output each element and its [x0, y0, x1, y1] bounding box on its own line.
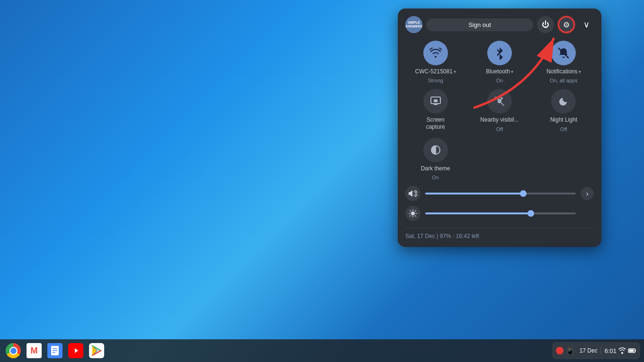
chrome-icon: [6, 343, 21, 358]
bluetooth-arrow: ▾: [511, 69, 513, 74]
bluetooth-label-row: Bluetooth ▾: [486, 68, 513, 75]
volume-next-button[interactable]: ›: [581, 187, 594, 200]
taskbar-app-gmail[interactable]: M: [25, 341, 44, 360]
youtube-svg-icon: [72, 347, 80, 354]
dark-theme-svg-icon: [429, 144, 442, 156]
notifications-label-row: Notifications ▾: [546, 68, 581, 75]
brightness-track[interactable]: [425, 212, 576, 214]
panel-footer: Sat, 17 Dec | 97% · 16:42 left: [405, 228, 594, 239]
night-light-toggle[interactable]: Night Light Off: [534, 89, 594, 132]
svg-line-15: [410, 216, 411, 216]
taskbar-app-chrome[interactable]: [4, 341, 23, 360]
taskbar-app-youtube[interactable]: [66, 341, 85, 360]
svg-line-12: [410, 211, 411, 211]
notifications-toggle-icon: [551, 41, 576, 65]
dark-theme-toggle[interactable]: Dark theme On: [405, 138, 465, 180]
notifications-toggle[interactable]: Notifications ▾ On, all apps: [534, 41, 594, 83]
notifications-arrow: ▾: [579, 69, 581, 74]
bluetooth-label: Bluetooth: [486, 68, 510, 75]
chevron-down-icon: ∨: [583, 19, 590, 30]
toggles-grid-row3: Dark theme On: [405, 138, 594, 180]
panel-header: SIMPLEANSWERS Sign out ⏻ ⚙ ∨: [405, 16, 594, 33]
notifications-label: Notifications: [546, 68, 577, 75]
recording-indicator: [556, 347, 564, 354]
svg-point-7: [411, 212, 415, 215]
phone-icon: 📱: [565, 346, 575, 355]
taskbar-app-play[interactable]: [87, 341, 106, 360]
volume-fill: [425, 193, 523, 194]
gmail-icon: M: [27, 343, 42, 358]
docs-icon: [47, 343, 63, 358]
notifications-sublabel: On, all apps: [550, 78, 578, 83]
taskbar-right[interactable]: 📱 17 Dec 6:01: [552, 342, 640, 359]
wifi-label-row: CWC-5215081 ▾: [415, 68, 456, 75]
screen-capture-label2: Screencapture: [426, 116, 445, 130]
settings-button[interactable]: ⚙: [558, 16, 575, 33]
taskbar-time: 6:01: [605, 347, 617, 354]
screen-capture-toggle[interactable]: Screencapture: [405, 89, 465, 132]
nearby-toggle-icon: [487, 89, 512, 114]
settings-icon: ⚙: [563, 20, 570, 29]
taskbar-apps: M: [4, 341, 106, 360]
dark-theme-icon: [423, 138, 448, 162]
chevron-right-icon: ›: [586, 190, 589, 197]
svg-line-13: [415, 216, 416, 216]
nearby-label: Nearby visibil...: [480, 116, 519, 123]
brightness-thumb[interactable]: [528, 210, 534, 217]
volume-svg-icon: [409, 189, 417, 198]
bluetooth-sublabel: On: [496, 78, 503, 83]
notifications-svg-icon: [557, 47, 570, 59]
night-light-svg-icon: [557, 95, 570, 107]
night-light-icon: [551, 89, 576, 114]
brightness-svg-icon: [409, 209, 417, 218]
wifi-svg-icon: [429, 48, 442, 58]
power-icon: ⏻: [542, 20, 549, 29]
night-light-sublabel: Off: [560, 126, 567, 132]
footer-date: Sat, 17 Dec: [405, 233, 435, 239]
nearby-svg-icon: [493, 95, 506, 107]
wifi-sublabel: Strong: [428, 78, 443, 83]
screen-capture-icon: [423, 89, 448, 114]
nearby-sublabel: Off: [496, 126, 503, 132]
svg-rect-3: [434, 99, 438, 102]
play-store-icon: [89, 343, 104, 358]
wifi-label: CWC-5215081: [415, 68, 452, 75]
taskbar: M: [0, 339, 644, 362]
taskbar-app-docs[interactable]: [45, 341, 64, 360]
taskbar-wifi-icon: [618, 347, 626, 354]
power-button[interactable]: ⏻: [537, 16, 554, 33]
docs-svg-icon: [51, 345, 59, 356]
play-store-svg-icon: [92, 345, 101, 356]
sliders-section: ›: [405, 186, 594, 221]
brightness-slider-row: [405, 206, 594, 221]
youtube-icon: [68, 343, 83, 358]
brightness-icon: [405, 206, 420, 221]
avatar[interactable]: SIMPLEANSWERS: [405, 16, 422, 33]
wifi-toggle[interactable]: CWC-5215081 ▾ Strong: [405, 41, 465, 83]
svg-line-14: [415, 211, 416, 211]
footer-battery: 97% · 16:42 left: [440, 233, 479, 239]
dark-theme-label: Dark theme: [421, 165, 450, 172]
dark-theme-sublabel: On: [432, 175, 439, 180]
taskbar-date: 17 Dec: [577, 347, 601, 354]
bluetooth-toggle-icon: [487, 41, 512, 65]
bluetooth-toggle[interactable]: Bluetooth ▾ On: [469, 41, 529, 83]
wifi-toggle-icon: [423, 41, 448, 65]
volume-thumb[interactable]: [520, 190, 527, 197]
bluetooth-svg-icon: [494, 46, 505, 60]
toggles-grid-row2: Screencapture Nearby visibil... Off: [405, 89, 594, 132]
night-light-label: Night Light: [550, 116, 577, 123]
brightness-fill: [425, 212, 531, 214]
volume-track[interactable]: [425, 193, 576, 194]
toggles-grid-row1: CWC-5215081 ▾ Strong Bluetooth ▾ On: [405, 41, 594, 83]
volume-slider-row: ›: [405, 186, 594, 201]
screen-capture-svg-icon: [429, 95, 442, 107]
wifi-arrow: ▾: [454, 69, 456, 74]
quick-settings-panel: SIMPLEANSWERS Sign out ⏻ ⚙ ∨: [398, 9, 601, 247]
svg-marker-20: [75, 348, 78, 353]
sign-out-button[interactable]: Sign out: [426, 18, 533, 31]
chevron-button[interactable]: ∨: [579, 17, 594, 32]
avatar-text: SIMPLEANSWERS: [405, 21, 422, 29]
nearby-toggle[interactable]: Nearby visibil... Off: [469, 89, 529, 132]
volume-icon: [405, 186, 420, 201]
